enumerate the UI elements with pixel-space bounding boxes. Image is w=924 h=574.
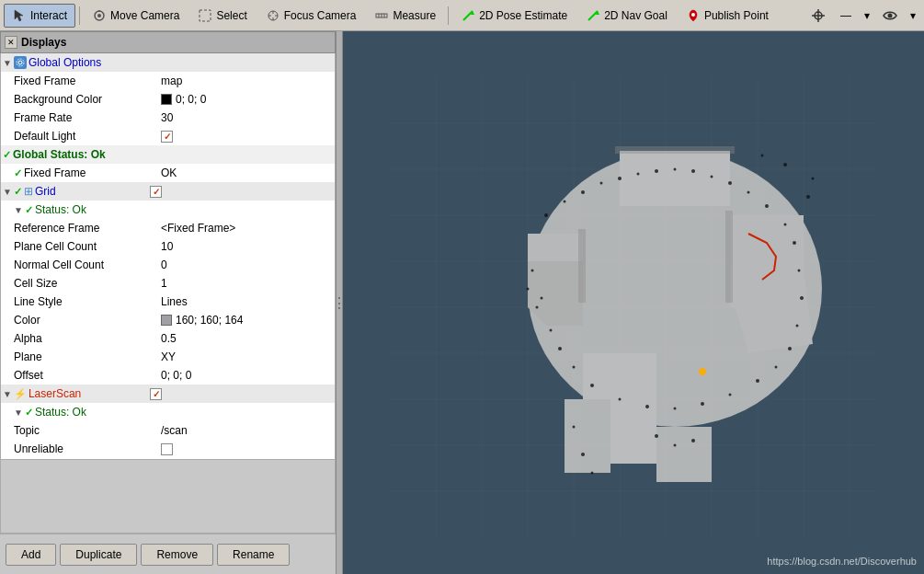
fixed-frame-check: ✓ <box>14 167 22 179</box>
line-style-row: Line Style Lines <box>1 293 335 311</box>
duplicate-button[interactable]: Duplicate <box>60 544 137 566</box>
minus-button[interactable]: — <box>834 4 858 28</box>
watermark: https://blog.csdn.net/Discoverhub <box>767 556 917 567</box>
grid-status-expand[interactable]: ▼ <box>14 205 23 215</box>
grid-label: Grid <box>35 185 56 198</box>
grid-color-val[interactable]: 160; 160; 164 <box>161 314 333 327</box>
resize-handle[interactable] <box>336 31 343 574</box>
2d-nav-button[interactable]: 2D Nav Goal <box>577 4 676 28</box>
default-light-val[interactable] <box>161 131 333 143</box>
close-button[interactable]: ✕ <box>5 36 17 49</box>
topic-val[interactable]: /scan <box>161 424 333 437</box>
interact-label: Interact <box>30 9 67 22</box>
main-toolbar: Interact Move Camera Select Focus Camera… <box>0 0 924 31</box>
bottom-buttons: Add Duplicate Remove Rename <box>0 534 336 574</box>
bg-color-val[interactable]: 0; 0; 0 <box>161 93 333 106</box>
laserscan-status-row: ▼ ✓ Status: Ok <box>1 403 335 421</box>
laserscan-val[interactable] <box>150 388 333 400</box>
default-light-checkbox[interactable] <box>161 131 173 143</box>
grid-expand-icon[interactable]: ▼ <box>3 187 12 197</box>
svg-line-14 <box>588 11 598 20</box>
interact-button[interactable]: Interact <box>4 4 75 28</box>
laserscan-section-row[interactable]: ▼ ⚡ LaserScan <box>1 385 335 403</box>
offset-key: Offset <box>14 369 161 382</box>
global-status-label: Global Status: Ok <box>13 148 106 161</box>
ref-frame-val[interactable]: <Fixed Frame> <box>161 222 333 235</box>
rename-button[interactable]: Rename <box>217 544 290 566</box>
frame-rate-val[interactable]: 30 <box>161 111 333 124</box>
sep1 <box>79 6 80 25</box>
grid-section-row[interactable]: ▼ ✓ ⊞ Grid <box>1 182 335 201</box>
fixed-frame-val[interactable]: map <box>161 75 333 87</box>
2d-pose-button[interactable]: 2D Pose Estimate <box>452 4 576 28</box>
unreliable-val[interactable] <box>161 443 333 455</box>
remove-button[interactable]: Remove <box>141 544 213 566</box>
alpha-val[interactable]: 0.5 <box>161 332 333 345</box>
3d-view[interactable]: https://blog.csdn.net/Discoverhub <box>343 31 924 574</box>
bg-color-text: 0; 0; 0 <box>176 93 206 106</box>
laserscan-status-expand[interactable]: ▼ <box>14 408 23 418</box>
normal-cell-count-key: Normal Cell Count <box>14 258 161 271</box>
normal-cell-count-row: Normal Cell Count 0 <box>1 256 335 274</box>
svg-point-67 <box>728 181 732 185</box>
eye-dropdown-button[interactable]: ▾ <box>906 4 920 28</box>
measure-label: Measure <box>393 9 436 22</box>
svg-point-73 <box>800 296 804 300</box>
laserscan-icon: ⚡ <box>14 388 27 400</box>
svg-point-56 <box>536 306 539 309</box>
svg-point-84 <box>573 366 576 369</box>
move-camera-label: Move Camera <box>110 9 179 22</box>
publish-point-button[interactable]: Publish Point <box>678 4 777 28</box>
topic-row: Topic /scan <box>1 421 335 440</box>
move-camera-button[interactable]: Move Camera <box>84 4 188 28</box>
crosshair-button[interactable] <box>804 4 832 28</box>
2d-nav-label: 2D Nav Goal <box>604 9 667 22</box>
offset-val[interactable]: 0; 0; 0 <box>161 369 333 382</box>
pose-icon <box>461 8 475 23</box>
svg-point-76 <box>775 366 778 369</box>
add-button[interactable]: Add <box>6 544 56 566</box>
select-label: Select <box>216 9 246 22</box>
svg-line-13 <box>463 11 473 20</box>
unreliable-checkbox[interactable] <box>161 443 173 455</box>
global-options-row[interactable]: ▼ Global Options <box>1 53 335 72</box>
svg-point-87 <box>541 297 543 300</box>
grid-status-label: Status: Ok <box>35 203 86 216</box>
plane-val[interactable]: XY <box>161 350 333 363</box>
svg-point-15 <box>691 13 695 17</box>
cell-size-key: Cell Size <box>14 277 161 290</box>
select-icon <box>198 8 212 23</box>
normal-cell-count-val[interactable]: 0 <box>161 258 333 271</box>
svg-point-92 <box>581 453 585 456</box>
line-style-key: Line Style <box>14 295 161 308</box>
grid-icon: ⊞ <box>24 185 33 198</box>
grid-color-swatch[interactable] <box>161 315 172 326</box>
svg-point-77 <box>756 379 759 383</box>
displays-header: ✕ Displays <box>0 31 336 53</box>
svg-point-69 <box>765 204 769 208</box>
grid-val[interactable] <box>150 186 333 198</box>
ref-frame-row: Reference Frame <Fixed Frame> <box>1 219 335 237</box>
dropdown-button[interactable]: ▾ <box>860 4 874 28</box>
tree-area[interactable]: ▼ Global Options Fixed Frame map Backgro… <box>0 53 336 460</box>
bg-color-swatch[interactable] <box>161 94 172 105</box>
svg-point-54 <box>527 288 530 291</box>
laserscan-checkbox[interactable] <box>150 388 162 400</box>
svg-point-79 <box>701 402 704 406</box>
expand-icon[interactable]: ▼ <box>3 58 12 68</box>
alpha-row: Alpha 0.5 <box>1 329 335 348</box>
eye-button[interactable] <box>876 4 904 28</box>
svg-point-98 <box>699 368 706 375</box>
select-button[interactable]: Select <box>189 4 255 28</box>
plane-cell-count-val[interactable]: 10 <box>161 240 333 253</box>
line-style-val[interactable]: Lines <box>161 295 333 308</box>
cell-size-val[interactable]: 1 <box>161 277 333 290</box>
ref-frame-key: Reference Frame <box>14 222 161 235</box>
grid-color-text: 160; 160; 164 <box>176 314 243 327</box>
focus-camera-button[interactable]: Focus Camera <box>257 4 365 28</box>
grid-checkbox[interactable] <box>150 186 162 198</box>
sep2 <box>448 6 449 25</box>
laserscan-expand-icon[interactable]: ▼ <box>3 389 12 399</box>
measure-button[interactable]: Measure <box>366 4 444 28</box>
focus-icon <box>266 8 280 23</box>
